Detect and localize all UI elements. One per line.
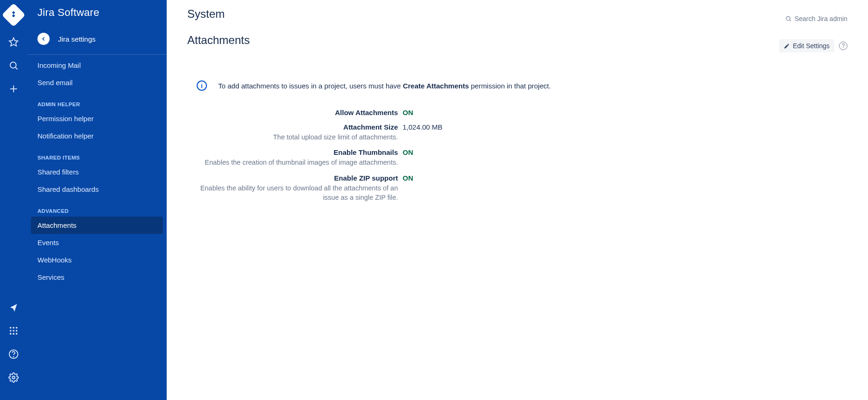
setting-value: ON: [403, 174, 413, 182]
nav-send-email[interactable]: Send email: [27, 74, 167, 91]
setting-attachment-size: Attachment Size The total upload size li…: [187, 123, 590, 142]
nav-webhooks[interactable]: WebHooks: [27, 251, 167, 269]
section-heading-advanced: ADVANCED: [27, 198, 167, 217]
svg-point-6: [13, 327, 15, 329]
setting-label: Allow Attachments: [187, 109, 398, 116]
global-nav-rail: [0, 0, 27, 400]
plus-icon[interactable]: [6, 81, 21, 96]
section-heading-shared-items: SHARED ITEMS: [27, 145, 167, 163]
svg-point-1: [10, 62, 16, 68]
help-icon[interactable]: ?: [839, 42, 847, 50]
svg-point-16: [12, 376, 15, 379]
nav-shared-dashboards[interactable]: Shared dashboards: [27, 181, 167, 198]
svg-point-7: [16, 327, 18, 329]
setting-label: Enable Thumbnails: [187, 148, 398, 156]
svg-marker-0: [9, 38, 18, 46]
help-icon[interactable]: [6, 347, 21, 362]
svg-point-10: [16, 330, 18, 332]
svg-line-18: [790, 20, 791, 22]
nav-permission-helper[interactable]: Permission helper: [27, 110, 167, 127]
settings-icon[interactable]: [6, 370, 21, 385]
setting-desc: Enables the creation of thumbnail images…: [187, 158, 398, 167]
search-jira-admin[interactable]: Search Jira admin: [785, 7, 847, 22]
svg-point-11: [10, 333, 12, 335]
sidebar-header: Jira Software: [27, 0, 167, 23]
notification-icon[interactable]: [6, 300, 21, 315]
back-arrow-icon: [37, 33, 50, 45]
svg-point-9: [13, 330, 15, 332]
svg-point-12: [13, 333, 15, 335]
nav-shared-filters[interactable]: Shared filters: [27, 163, 167, 181]
setting-enable-zip: Enable ZIP support Enables the ability f…: [187, 174, 590, 203]
search-icon: [785, 15, 792, 22]
setting-label: Attachment Size: [187, 123, 398, 131]
nav-notification-helper[interactable]: Notification helper: [27, 127, 167, 145]
back-label: Jira settings: [58, 35, 96, 43]
page-title: System: [187, 7, 250, 21]
setting-desc: Enables the ability for users to downloa…: [187, 183, 398, 203]
edit-settings-button[interactable]: Edit Settings: [779, 39, 834, 52]
setting-desc: The total upload size limit of attachmen…: [187, 132, 398, 142]
settings-sidebar: Jira Software Jira settings Incoming Mai…: [27, 0, 167, 400]
section-title: Attachments: [187, 34, 250, 47]
pencil-icon: [784, 43, 790, 49]
setting-value: ON: [403, 148, 413, 156]
back-to-settings[interactable]: Jira settings: [27, 23, 167, 55]
section-heading-admin-helper: ADMIN HELPER: [27, 91, 167, 110]
appswitcher-icon[interactable]: [6, 323, 21, 338]
setting-value: ON: [403, 109, 413, 116]
nav-attachments[interactable]: Attachments: [31, 217, 163, 234]
main-content: System Attachments Search Jira admin Edi…: [167, 0, 868, 400]
setting-label: Enable ZIP support: [187, 174, 398, 182]
nav-events[interactable]: Events: [27, 234, 167, 251]
svg-line-2: [15, 67, 17, 69]
svg-point-15: [14, 356, 14, 357]
setting-value: 1,024.00 MB: [403, 123, 442, 131]
search-icon[interactable]: [6, 58, 21, 73]
nav-services[interactable]: Services: [27, 269, 167, 286]
nav-incoming-mail[interactable]: Incoming Mail: [27, 55, 167, 74]
app-name: Jira Software: [37, 7, 99, 18]
setting-enable-thumbnails: Enable Thumbnails Enables the creation o…: [187, 148, 590, 167]
svg-point-13: [16, 333, 18, 335]
star-icon[interactable]: [6, 35, 21, 50]
info-message: i To add attachments to issues in a proj…: [197, 80, 847, 91]
setting-allow-attachments: Allow Attachments ON: [187, 109, 590, 116]
svg-point-17: [787, 16, 790, 20]
svg-point-8: [10, 330, 12, 332]
jira-logo-icon[interactable]: [2, 3, 26, 27]
svg-point-5: [10, 327, 12, 329]
attachment-settings: Allow Attachments ON Attachment Size The…: [187, 109, 590, 209]
info-icon: i: [197, 80, 207, 91]
